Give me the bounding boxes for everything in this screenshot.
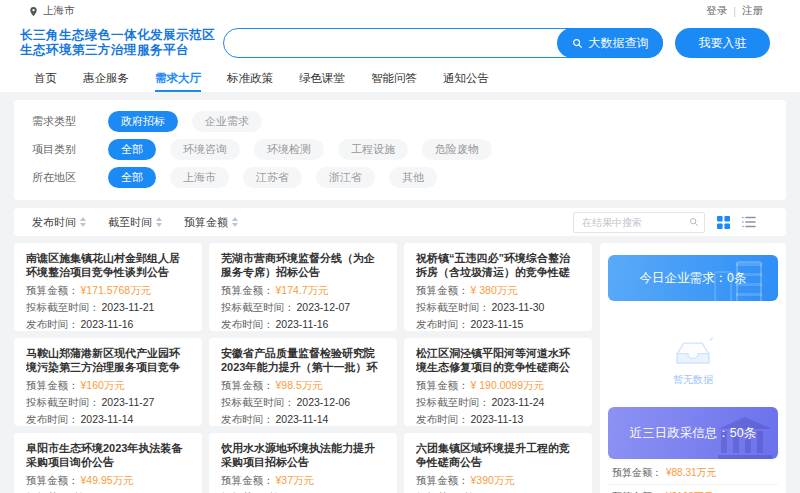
page: 上海市 登录 | 注册 长三角生态绿色一体化发展示范区 生态环境第三方治理服务平… [0,0,800,493]
results-search [573,212,705,233]
card-title: 六团集镇区域环境提升工程的竞争性磋商公告 [416,441,580,469]
topbar: 上海市 登录 | 注册 [0,0,800,22]
nav-item-standard-policy[interactable]: 标准政策 [227,64,273,92]
demand-card[interactable]: 饮用水水源地环境执法能力提升采购项目招标公告预算金额：¥37万元投标截至时间：2… [209,433,397,493]
card-title: 饮用水水源地环境执法能力提升采购项目招标公告 [221,441,385,469]
card-budget-value: ¥98.5万元 [276,379,323,391]
search-icon [689,217,699,227]
big-data-search-label: 大数据查询 [589,35,649,52]
card-deadline-label: 投标截至时间： [416,396,490,408]
sort-caret-icon [80,217,86,227]
card-deadline-label: 投标截至时间： [221,301,295,313]
card-deadline-label: 投标截至时间： [26,301,100,313]
results-search-input[interactable] [573,212,705,233]
filter-option-region-4[interactable]: 其他 [389,167,437,188]
card-title: 松江区洞泾镇平阳河等河道水环境生态修复项目的竞争性磋商公告 [416,346,580,374]
filter-option-region-1[interactable]: 上海市 [170,167,229,188]
card-budget-label: 预算金额： [221,474,274,486]
filter-option-category-4[interactable]: 危险废物 [422,139,492,160]
card-deadline-value: 2023-12-06 [297,396,351,408]
card-published-label: 发布时间： [416,413,469,425]
register-link[interactable]: 注册 [742,4,763,18]
card-deadline-value: 2023-11-24 [492,396,545,408]
card-budget-label: 预算金额： [26,379,79,391]
procurement-budget-row[interactable]: 预算金额：¥88.31万元 [608,461,778,485]
sort-deadline[interactable]: 截至时间 [108,215,162,230]
demand-card[interactable]: 马鞍山郑蒲港新区现代产业园环境污染第三方治理服务项目竞争性磋商公告预算金额：¥1… [14,338,202,426]
main-search-input[interactable] [224,29,557,57]
filter-option-category-1[interactable]: 环境咨询 [170,139,240,160]
sort-label: 预算金额 [184,215,228,230]
join-button[interactable]: 我要入驻 [675,28,770,58]
demand-card[interactable]: 南谯区施集镇花山村金郢组人居环境整治项目竞争性谈判公告预算金额：¥171.576… [14,243,202,331]
budget-label: 预算金额： [612,490,662,493]
recent-procurement-text: 近三日政采信息：50条 [630,425,756,442]
nav-item-demand-hall[interactable]: 需求大厅 [155,64,201,92]
card-published-label: 发布时间： [221,413,274,425]
demand-card-grid: 南谯区施集镇花山村金郢组人居环境整治项目竞争性谈判公告预算金额：¥171.576… [14,243,592,493]
card-deadline-label: 投标截至时间： [221,396,295,408]
sort-caret-icon [232,217,238,227]
location-label[interactable]: 上海市 [43,4,75,18]
empty-state: 暂无数据 [608,335,778,387]
card-published-value: 2023-11-14 [81,413,134,425]
nav-item-smart-qa[interactable]: 智能问答 [371,64,417,92]
card-budget-label: 预算金额： [26,474,79,486]
card-budget-label: 预算金额： [416,284,469,296]
budget-value: ¥2193万元 [666,490,714,493]
big-data-search-button[interactable]: 大数据查询 [557,28,663,58]
site-title-line1: 长三角生态绿色一体化发展示范区 [20,28,215,43]
procurement-budget-row[interactable]: 预算金额：¥2193万元 [608,485,778,493]
sort-publish-time[interactable]: 发布时间 [32,215,86,230]
grid-view-icon[interactable] [717,216,730,229]
demand-card[interactable]: 祝桥镇“五违四必”环境综合整治拆房（含垃圾清运）的竞争性磋商公告预算金额：¥ 3… [404,243,592,331]
card-title: 芜湖市营商环境监督分线（为企服务专席）招标公告 [221,251,385,279]
empty-state-label: 暂无数据 [673,373,713,387]
budget-value: ¥88.31万元 [666,466,717,480]
card-budget-value: ¥160万元 [81,379,125,391]
demand-card[interactable]: 松江区洞泾镇平阳河等河道水环境生态修复项目的竞争性磋商公告预算金额：¥ 190.… [404,338,592,426]
filter-option-category-3[interactable]: 工程设施 [338,139,408,160]
filter-option-region-0[interactable]: 全部 [108,167,156,188]
sort-label: 截至时间 [108,215,152,230]
filter-row-label: 所在地区 [32,170,96,185]
filter-option-region-3[interactable]: 浙江省 [316,167,375,188]
site-title: 长三角生态绿色一体化发展示范区 生态环境第三方治理服务平台 [20,28,215,58]
demand-card[interactable]: 阜阳市生态环境2023年执法装备采购项目询价公告预算金额：¥49.95万元投标截… [14,433,202,493]
card-budget-value: ¥171.5768万元 [81,284,152,296]
login-link[interactable]: 登录 [706,4,727,18]
filter-option-category-2[interactable]: 环境检测 [254,139,324,160]
card-deadline-label: 投标截至时间： [26,396,100,408]
budget-label: 预算金额： [612,466,662,480]
list-view-icon[interactable] [742,216,756,228]
card-budget-label: 预算金额： [416,379,469,391]
nav-item-green-classroom[interactable]: 绿色课堂 [299,64,345,92]
demand-card[interactable]: 安徽省产品质量监督检验研究院2023年能力提升（第十一批）环境与公共卫生检测..… [209,338,397,426]
card-budget-value: ¥ 380万元 [471,284,518,296]
card-published-label: 发布时间： [416,318,469,330]
sort-label: 发布时间 [32,215,76,230]
card-published-value: 2023-11-16 [81,318,134,330]
card-deadline-value: 2023-11-21 [102,301,155,313]
recent-procurement-banner[interactable]: 近三日政采信息：50条 [608,407,778,459]
filter-option-region-2[interactable]: 江苏省 [243,167,302,188]
card-budget-label: 预算金额： [26,284,79,296]
nav-item-notices[interactable]: 通知公告 [443,64,489,92]
filter-row-region: 所在地区全部上海市江苏省浙江省其他 [32,167,768,188]
empty-inbox-icon [672,335,714,367]
results-toolbar: 发布时间截至时间预算金额 [14,208,786,236]
nav-item-enterprise-services[interactable]: 惠企服务 [83,64,129,92]
filter-option-demand-type-0[interactable]: 政府招标 [108,111,178,132]
card-budget-value: ¥49.95万元 [81,474,134,486]
nav-item-home[interactable]: 首页 [34,64,57,92]
filter-option-category-0[interactable]: 全部 [108,139,156,160]
card-budget-label: 预算金额： [221,284,274,296]
demand-card[interactable]: 芜湖市营商环境监督分线（为企服务专席）招标公告预算金额：¥174.7万元投标截至… [209,243,397,331]
today-demand-text: 今日企业需求：0条 [640,270,747,287]
demand-card[interactable]: 六团集镇区域环境提升工程的竞争性磋商公告预算金额：¥390万元投标截至时间：20… [404,433,592,493]
today-demand-banner[interactable]: 今日企业需求：0条 [608,255,778,301]
sort-budget[interactable]: 预算金额 [184,215,238,230]
filter-row-category: 项目类别全部环境咨询环境检测工程设施危险废物 [32,139,768,160]
card-deadline-value: 2023-12-07 [297,301,351,313]
filter-option-demand-type-1[interactable]: 企业需求 [192,111,262,132]
